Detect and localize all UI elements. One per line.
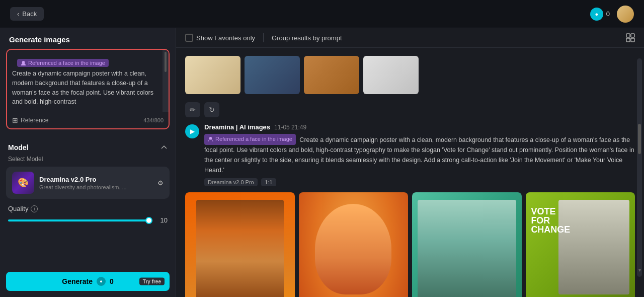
prompt-author: Dreamina | AI images bbox=[204, 123, 270, 131]
dreamina-icon: ▶ bbox=[185, 124, 199, 138]
model-section-label: Model bbox=[8, 143, 28, 152]
grid-view-button[interactable] bbox=[626, 33, 635, 42]
prompt-badge-text: Referenced a face in the image bbox=[215, 135, 292, 144]
strip-image-3[interactable] bbox=[304, 56, 359, 94]
prompt-text[interactable]: Create a dynamic campaign poster with a … bbox=[7, 69, 163, 112]
try-free-badge: Try free bbox=[139, 278, 165, 285]
quality-info-icon[interactable]: i bbox=[31, 205, 38, 212]
model-thumb-inner: 🎨 bbox=[12, 172, 34, 194]
prompt-meta-header: Dreamina | AI images 11-05 21:49 bbox=[204, 123, 635, 131]
back-button[interactable]: ‹ Back bbox=[10, 7, 44, 21]
strip-image-1[interactable] bbox=[185, 56, 240, 94]
quality-label: Quality i bbox=[8, 205, 168, 212]
prompt-tag: Referenced a face in the image bbox=[204, 134, 296, 145]
topbar: ‹ Back ● 0 bbox=[0, 0, 644, 28]
grid-image-3[interactable]: VOTEFORCHANGE bbox=[412, 192, 522, 297]
face-image-3 bbox=[418, 200, 516, 297]
svg-rect-3 bbox=[626, 38, 630, 42]
prompt-meta: Dreamina | AI images 11-05 21:49 Referen… bbox=[204, 123, 635, 186]
coin-count: 0 bbox=[606, 10, 610, 18]
generate-button[interactable]: Generate ● 0 Try free bbox=[6, 272, 170, 291]
back-label: Back bbox=[22, 10, 37, 18]
prompt-scroll-thumb bbox=[165, 52, 167, 72]
face-icon-small bbox=[208, 136, 213, 142]
right-scroll-thumb bbox=[638, 124, 641, 154]
model-settings-icon[interactable]: ⚙ bbox=[157, 179, 164, 187]
prompt-badge-label: Referenced a face in the image bbox=[28, 60, 105, 66]
right-toolbar: Show Favorites only Group results by pro… bbox=[176, 28, 644, 48]
model-desc: Great diversity and photorealism. ... bbox=[39, 184, 152, 190]
reference-label: Reference bbox=[21, 117, 48, 124]
coin-button[interactable]: ● 0 bbox=[590, 8, 610, 21]
right-scroll-area[interactable]: ✏ ↻ ▶ Dreamina | AI images 11-05 21:49 R… bbox=[176, 48, 644, 297]
grid-image-1[interactable]: VOTEFOR CHANGE bbox=[185, 192, 295, 297]
prompt-box: Referenced a face in the image Create a … bbox=[6, 49, 170, 129]
favorites-label: Show Favorites only bbox=[196, 34, 255, 42]
face-reference-icon bbox=[21, 60, 26, 66]
grid-image-4[interactable]: VOTEFORCHANGE bbox=[526, 192, 635, 297]
generate-coin-icon: ● bbox=[97, 277, 106, 286]
left-panel-content: Referenced a face in the image Create a … bbox=[0, 49, 176, 267]
vote-text-4: VOTEFORCHANGE bbox=[531, 207, 570, 234]
model-info: Dreamina v2.0 Pro Great diversity and ph… bbox=[39, 176, 152, 190]
favorites-checkbox-wrap: Show Favorites only bbox=[185, 34, 255, 42]
collapse-icon[interactable] bbox=[160, 144, 168, 151]
grid-image-2[interactable]: VOTEFOR CHANGE bbox=[299, 192, 409, 297]
left-panel: Generate images Referenced a face in the… bbox=[0, 28, 176, 297]
image-grid: VOTEFOR CHANGE VOTEFOR CHANGE VOTEFORCHA… bbox=[185, 192, 635, 297]
quality-section: Quality i 10 bbox=[6, 199, 170, 226]
quality-slider[interactable] bbox=[8, 219, 152, 221]
toolbar-divider bbox=[263, 33, 264, 42]
topbar-right: ● 0 bbox=[590, 6, 634, 23]
reference-button[interactable]: ⊞ Reference bbox=[12, 116, 48, 124]
generate-coins: 0 bbox=[110, 277, 114, 285]
quality-label-text: Quality bbox=[8, 205, 28, 212]
toolbar-right bbox=[626, 33, 635, 42]
main-layout: Generate images Referenced a face in the… bbox=[0, 28, 644, 297]
prompt-tags-row: Dreamina v2.0 Pro 1:1 bbox=[204, 178, 635, 186]
select-model-label: Select Model bbox=[6, 156, 170, 167]
grid-icon bbox=[626, 33, 635, 42]
back-chevron-icon: ‹ bbox=[17, 10, 19, 18]
slider-wrap: 10 bbox=[8, 216, 168, 224]
image-strip-top bbox=[185, 48, 635, 98]
strip-image-4[interactable] bbox=[363, 56, 419, 94]
reference-icon: ⊞ bbox=[12, 116, 18, 124]
group-results-label: Group results by prompt bbox=[272, 34, 342, 42]
model-section-header: Model bbox=[6, 137, 170, 156]
prompt-scrollbar[interactable] bbox=[163, 50, 169, 112]
prompt-row: ▶ Dreamina | AI images 11-05 21:49 Refer… bbox=[185, 119, 635, 188]
edit-button-top[interactable]: ✏ bbox=[185, 102, 200, 117]
svg-rect-1 bbox=[626, 34, 630, 37]
model-thumbnail: 🎨 bbox=[12, 172, 34, 194]
prompt-full-text: Referenced a face in the image Create a … bbox=[204, 134, 635, 175]
prompt-textarea-wrap: Referenced a face in the image Create a … bbox=[7, 50, 163, 112]
strip-action-bar: ✏ ↻ bbox=[185, 98, 635, 119]
right-panel: Show Favorites only Group results by pro… bbox=[176, 28, 644, 297]
quality-value: 10 bbox=[157, 216, 168, 224]
avatar[interactable] bbox=[617, 6, 634, 23]
face-image-2 bbox=[315, 204, 391, 294]
favorites-checkbox[interactable] bbox=[185, 34, 193, 42]
svg-rect-4 bbox=[631, 38, 634, 42]
strip-image-2[interactable] bbox=[245, 56, 300, 94]
char-count: 434/800 bbox=[143, 117, 164, 123]
refresh-button-top[interactable]: ↻ bbox=[204, 102, 219, 117]
model-tag: Dreamina v2.0 Pro bbox=[204, 178, 258, 186]
prompt-inner: Referenced a face in the image Create a … bbox=[7, 50, 169, 112]
ratio-tag: 1:1 bbox=[261, 178, 276, 186]
prompt-footer: ⊞ Reference 434/800 bbox=[7, 112, 169, 128]
face-image-1 bbox=[196, 200, 284, 297]
model-name: Dreamina v2.0 Pro bbox=[39, 176, 152, 183]
panel-title: Generate images bbox=[0, 28, 176, 49]
svg-rect-2 bbox=[631, 34, 634, 37]
scroll-down-icon: ▾ bbox=[638, 267, 641, 273]
prompt-badge: Referenced a face in the image bbox=[17, 59, 109, 67]
prompt-timestamp: 11-05 21:49 bbox=[274, 124, 306, 131]
coin-icon: ● bbox=[590, 8, 603, 21]
right-scrollbar[interactable]: ▾ bbox=[637, 58, 642, 277]
generate-label: Generate bbox=[62, 277, 93, 285]
generate-bar: Generate ● 0 Try free bbox=[0, 267, 176, 297]
model-card[interactable]: 🎨 Dreamina v2.0 Pro Great diversity and … bbox=[6, 167, 170, 199]
